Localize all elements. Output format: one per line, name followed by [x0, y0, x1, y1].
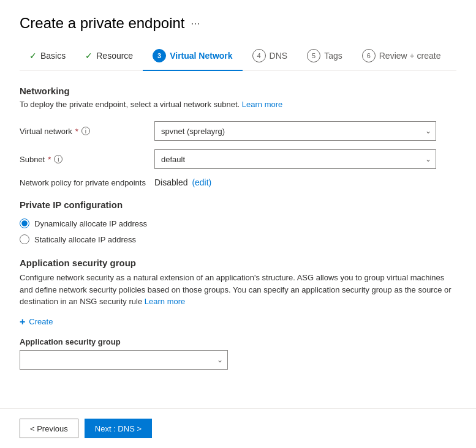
networking-description-text: To deploy the private endpoint, select a… — [20, 100, 240, 109]
page-title-ellipsis[interactable]: ··· — [191, 17, 200, 30]
virtual-network-select-wrapper: spvnet (sprelayrg) ⌄ — [154, 121, 436, 141]
tab-basics-label: Basics — [40, 51, 66, 61]
networking-learn-more-link[interactable]: Learn more — [242, 100, 282, 109]
asg-section-title: Application security group — [20, 258, 456, 268]
tab-dns[interactable]: 4 DNS — [243, 44, 298, 71]
asg-description: Configure network security as a natural … — [20, 272, 456, 308]
virtual-network-row: Virtual network * i spvnet (sprelayrg) ⌄ — [20, 121, 456, 141]
asg-select-wrapper: ⌄ — [20, 350, 228, 370]
tab-virtual-network-label: Virtual Network — [170, 51, 232, 61]
tab-tags-label: Tags — [324, 51, 342, 61]
content-area: Networking To deploy the private endpoin… — [20, 71, 456, 379]
page-title: Create a private endpoint — [20, 15, 185, 32]
dynamic-ip-option[interactable]: Dynamically allocate IP address — [20, 218, 456, 228]
network-policy-edit-link[interactable]: (edit) — [192, 177, 211, 187]
virtual-network-info-icon[interactable]: i — [81, 127, 90, 135]
subnet-required: * — [48, 155, 51, 164]
asg-select[interactable] — [20, 350, 228, 370]
tab-resource[interactable]: ✓ Resource — [75, 46, 143, 69]
networking-section-title: Networking — [20, 86, 456, 96]
wizard-tabs: ✓ Basics ✓ Resource 3 Virtual Network 4 … — [20, 44, 456, 71]
page-title-container: Create a private endpoint ··· — [20, 15, 456, 32]
network-policy-value: Disabled (edit) — [154, 177, 211, 187]
bottom-bar: < Previous Next : DNS > — [0, 408, 476, 448]
tags-circle: 5 — [307, 49, 320, 62]
asg-learn-more-link[interactable]: Learn more — [145, 297, 185, 306]
previous-button[interactable]: < Previous — [20, 419, 78, 438]
subnet-select[interactable]: default — [154, 149, 436, 169]
subnet-label: Subnet * i — [20, 155, 154, 164]
tab-tags[interactable]: 5 Tags — [297, 44, 352, 71]
dynamic-ip-label: Dynamically allocate IP address — [34, 219, 147, 228]
virtual-network-label: Virtual network * i — [20, 127, 154, 136]
private-ip-section-title: Private IP configuration — [20, 200, 456, 210]
resource-check-icon: ✓ — [85, 51, 93, 61]
static-ip-option[interactable]: Statically allocate IP address — [20, 234, 456, 244]
subnet-select-wrapper: default ⌄ — [154, 149, 436, 169]
private-ip-radio-group: Dynamically allocate IP address Statical… — [20, 218, 456, 244]
network-policy-row: Network policy for private endpoints Dis… — [20, 177, 456, 187]
asg-section: Application security group Configure net… — [20, 258, 456, 370]
asg-create-button[interactable]: + Create — [20, 316, 53, 327]
private-ip-section: Private IP configuration — [20, 200, 456, 210]
network-policy-label: Network policy for private endpoints — [20, 178, 154, 187]
dns-circle: 4 — [252, 49, 266, 62]
subnet-info-icon[interactable]: i — [54, 155, 62, 163]
virtual-network-circle: 3 — [153, 49, 166, 62]
dynamic-ip-radio[interactable] — [20, 218, 29, 228]
tab-dns-label: DNS — [270, 51, 288, 61]
basics-check-icon: ✓ — [29, 51, 37, 61]
virtual-network-required: * — [75, 127, 78, 136]
tab-virtual-network[interactable]: 3 Virtual Network — [143, 44, 242, 71]
tab-basics[interactable]: ✓ Basics — [20, 46, 75, 69]
review-circle: 6 — [362, 49, 376, 62]
subnet-row: Subnet * i default ⌄ — [20, 149, 456, 169]
static-ip-radio[interactable] — [20, 234, 29, 244]
asg-table-header: Application security group — [20, 337, 456, 346]
virtual-network-select[interactable]: spvnet (sprelayrg) — [154, 121, 436, 141]
tab-resource-label: Resource — [96, 51, 133, 61]
next-button[interactable]: Next : DNS > — [85, 419, 152, 438]
tab-review-create[interactable]: 6 Review + create — [352, 44, 451, 71]
networking-description: To deploy the private endpoint, select a… — [20, 100, 456, 109]
plus-icon: + — [20, 316, 25, 327]
static-ip-label: Statically allocate IP address — [34, 235, 136, 244]
tab-review-create-label: Review + create — [379, 51, 441, 61]
